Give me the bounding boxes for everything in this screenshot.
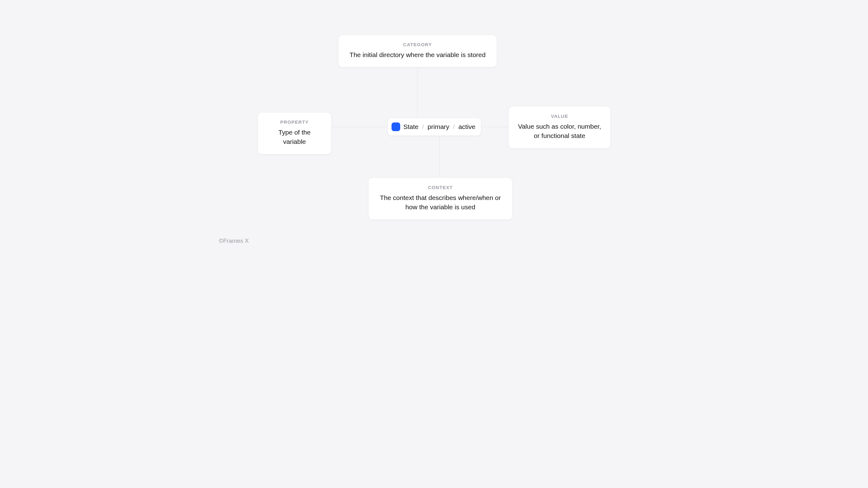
card-property-body: Type of the variable xyxy=(267,128,322,147)
card-property: PROPERTY Type of the variable xyxy=(258,112,331,154)
pill-segment-property: primary xyxy=(428,123,449,130)
card-property-label: PROPERTY xyxy=(267,119,322,125)
card-category-label: CATEGORY xyxy=(347,42,488,47)
card-value-body: Value such as color, number, or function… xyxy=(517,122,602,141)
pill-segment-category: State xyxy=(403,123,418,130)
card-context-body: The context that describes where/when or… xyxy=(377,193,503,212)
card-context-label: CONTEXT xyxy=(377,185,503,190)
card-category-body: The initial directory where the variable… xyxy=(347,50,488,60)
diagram-canvas: CATEGORY The initial directory where the… xyxy=(208,0,660,253)
card-category: CATEGORY The initial directory where the… xyxy=(338,35,497,67)
connector-property-to-pill xyxy=(331,127,388,127)
footer-credit: ©Frames X xyxy=(219,238,249,244)
pill-segment-value: active xyxy=(459,123,475,130)
card-value: VALUE Value such as color, number, or fu… xyxy=(508,106,611,149)
connector-category-to-pill xyxy=(417,66,417,118)
pill-separator: / xyxy=(453,123,455,130)
color-swatch-icon xyxy=(392,122,400,131)
token-pill: State / primary / active xyxy=(388,118,481,136)
connector-pill-to-value xyxy=(480,127,508,127)
card-context: CONTEXT The context that describes where… xyxy=(368,178,513,220)
card-value-label: VALUE xyxy=(517,114,602,119)
pill-separator: / xyxy=(422,123,424,130)
